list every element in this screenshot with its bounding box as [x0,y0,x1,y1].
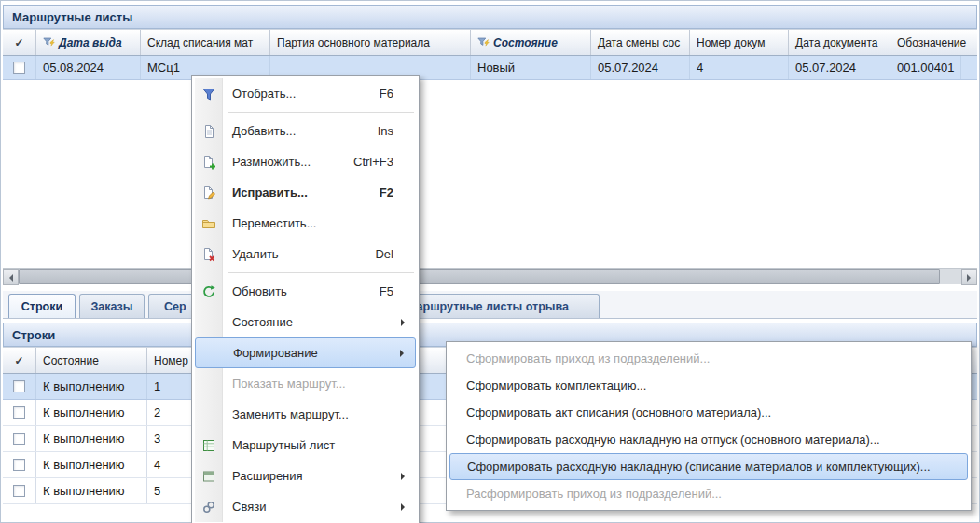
formation-submenu: Сформировать приход из подразделений... … [446,341,972,511]
cell-state[interactable]: К выполнению [36,374,147,399]
row-select-cell[interactable] [3,374,36,399]
cell-state[interactable]: К выполнению [36,452,147,477]
column-label: Номер [154,354,188,367]
menu-item-filter[interactable]: Отобрать... F6 [195,78,416,109]
bottom-tab-bar: Строки Заказы Сер Маршрутные листы отрыв… [3,291,977,319]
column-header-state-change-date[interactable]: Дата смены сос [591,30,690,55]
menu-item-move[interactable]: Переместить... [195,208,416,239]
submenu-arrow-icon [400,350,407,357]
row-checkbox[interactable] [13,485,25,497]
tab-label: Маршрутные листы отрыва [407,300,569,313]
column-header-select-all[interactable]: ✓ [3,30,36,55]
tab-label: Сер [164,300,186,313]
row-select-cell[interactable] [3,452,36,477]
top-panel-title: Маршрутные листы [12,10,132,24]
submenu-item-form-picking[interactable]: Сформировать комплектацию... [449,372,968,399]
cell-issue-date[interactable]: 05.08.2024 [36,56,141,79]
column-header-material-batch[interactable]: Партия основного материала [270,30,471,55]
submenu-item-label: Сформировать приход из подразделений... [466,351,710,365]
column-header-doc-date[interactable]: Дата документа [789,30,890,55]
row-select-cell[interactable] [3,426,36,451]
route-sheet-icon [201,438,216,453]
column-header-issue-date[interactable]: Дата выда [36,30,141,55]
submenu-item-label: Расформировать приход из подразделений..… [466,487,722,501]
tab-label: Строки [21,300,62,313]
links-icon [201,500,216,515]
row-checkbox[interactable] [13,433,25,445]
submenu-arrow-icon [401,503,408,511]
scroll-left-button[interactable] [3,269,19,285]
tab-orders[interactable]: Заказы [79,294,145,318]
column-header-doc-number[interactable]: Номер докум [690,30,789,55]
column-label: Дата документа [795,36,877,49]
rows-panel-title: Строки [12,328,55,342]
cell-doc-date[interactable]: 05.07.2024 [789,56,890,79]
submenu-item-form-writeoff-act[interactable]: Сформировать акт списания (основного мат… [449,399,968,426]
menu-item-add[interactable]: Добавить... Ins [195,116,416,146]
cell-state[interactable]: К выполнению [36,400,147,425]
arrow-left-icon [6,274,13,282]
submenu-arrow-icon [401,473,408,480]
scrollbar-track[interactable] [940,269,961,284]
scroll-right-button[interactable] [961,269,977,285]
menu-separator [228,109,416,116]
context-menu: Отобрать... F6 Добавить... Ins Размножит… [191,75,420,523]
cell-state[interactable]: К выполнению [36,426,147,451]
column-header-state[interactable]: Состояние [36,348,147,373]
menu-item-edit[interactable]: Исправить... F2 [195,177,416,208]
scrollbar-thumb[interactable] [19,269,940,284]
cell-doc-number[interactable]: 4 [690,56,789,79]
row-select-cell[interactable] [3,56,36,79]
add-document-icon [201,124,216,139]
submenu-item-unform-receipt-from-departments: Расформировать приход из подразделений..… [449,480,968,507]
cell-designation[interactable]: 001.00401 [890,56,961,79]
cell-state[interactable]: К выполнению [36,478,147,503]
submenu-item-form-expense-invoice[interactable]: Сформировать расходную накладную (списан… [449,453,968,480]
move-folder-icon [201,216,216,231]
column-label: Номер докум [697,36,765,49]
route-row[interactable]: 05.08.2024 МСц1 Новый 05.07.2024 4 05.07… [3,56,977,80]
submenu-item-label: Сформировать акт списания (основного мат… [466,406,771,420]
tab-rows[interactable]: Строки [8,294,76,318]
menu-item-links[interactable]: Связи [195,491,416,522]
menu-item-route-sheet[interactable]: Маршрутный лист [195,430,416,461]
column-header-writeoff-warehouse[interactable]: Склад списания мат [141,30,270,55]
cell-state[interactable]: Новый [471,56,591,79]
menu-item-refresh[interactable]: Обновить F5 [195,276,416,307]
refresh-icon [201,284,216,299]
horizontal-scrollbar[interactable] [3,268,977,284]
column-header-select-all[interactable]: ✓ [3,348,36,373]
check-icon: ✓ [14,36,23,49]
column-header-state[interactable]: Состояние [471,30,591,55]
tab-label: Заказы [90,300,132,313]
arrow-right-icon [967,274,974,282]
filter-icon [201,87,216,102]
menu-item-replace-route[interactable]: Заменить маршрут... [195,399,416,430]
column-label: Склад списания мат [147,36,253,49]
submenu-item-form-issue-invoice[interactable]: Сформировать расходную накладную на отпу… [449,426,968,453]
menu-item-state[interactable]: Состояние [195,307,416,337]
column-label: Дата смены сос [598,36,680,49]
column-header-designation[interactable]: Обозначение [890,30,977,55]
menu-item-formation[interactable]: Формирование [195,337,416,368]
extensions-icon [201,469,216,484]
menu-item-duplicate[interactable]: Размножить... Ctrl+F3 [195,146,416,177]
row-checkbox[interactable] [13,459,25,471]
menu-item-delete[interactable]: Удалить Del [195,239,416,269]
menu-separator [228,269,416,276]
row-select-cell[interactable] [3,478,36,503]
row-checkbox[interactable] [13,380,25,392]
routes-grid-header: ✓ Дата выда Склад списания мат Партия ос… [3,29,977,56]
column-label: Обозначение [897,36,966,49]
row-checkbox[interactable] [13,406,25,419]
delete-document-icon [201,247,216,262]
row-checkbox[interactable] [13,62,25,74]
menu-item-extensions[interactable]: Расширения [195,461,416,491]
edit-document-icon [201,186,216,200]
submenu-item-label: Сформировать расходную накладную (списан… [467,460,931,474]
row-select-cell[interactable] [3,400,36,425]
submenu-item-label: Сформировать комплектацию... [466,378,646,392]
column-label: Партия основного материала [277,36,430,49]
filter-funnel-icon [43,37,55,48]
cell-state-change-date[interactable]: 05.07.2024 [591,56,690,79]
